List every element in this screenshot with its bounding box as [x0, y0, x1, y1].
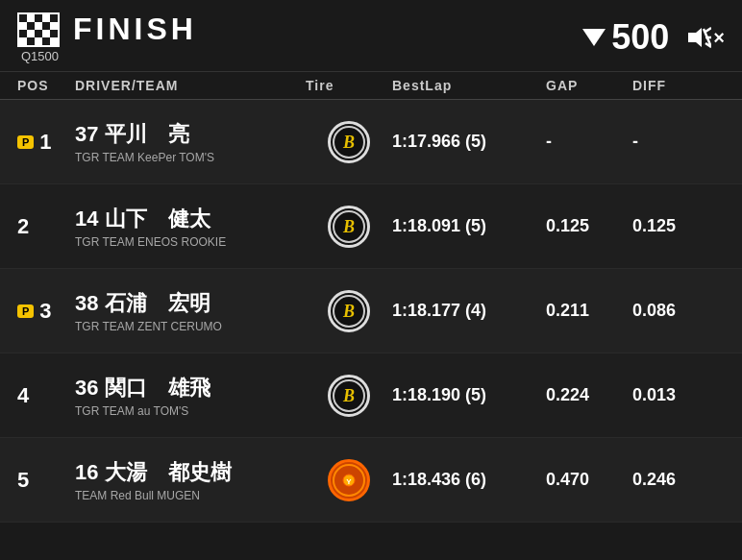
driver-name: 16 大湯 都史樹 [75, 458, 306, 487]
bridgestone-tire-icon: B [328, 206, 370, 248]
diff-cell: 0.125 [632, 216, 709, 236]
table-row: 436 関口 雄飛TGR TEAM au TOM'S B 1:18.190 (5… [0, 353, 742, 438]
tire-cell: B [306, 375, 392, 417]
team-name: TGR TEAM KeePer TOM'S [75, 151, 306, 164]
col-bestlap: BestLap [392, 78, 546, 93]
driver-name: 38 石浦 宏明 [75, 289, 306, 318]
pos-cell: 5 [17, 468, 75, 493]
table-row: P338 石浦 宏明TGR TEAM ZENT CERUMO B 1:18.17… [0, 269, 742, 353]
race-table: P137 平川 亮TGR TEAM KeePer TOM'S B 1:17.96… [0, 100, 742, 523]
table-row: P137 平川 亮TGR TEAM KeePer TOM'S B 1:17.96… [0, 100, 742, 184]
position-number: 3 [39, 299, 51, 324]
team-name: TGR TEAM ZENT CERUMO [75, 320, 306, 333]
bestlap-cell: 1:18.190 (5) [392, 385, 546, 405]
gap-cell: 0.125 [546, 216, 632, 236]
bestlap-cell: 1:18.177 (4) [392, 301, 546, 321]
bestlap-cell: 1:18.091 (5) [392, 216, 546, 236]
pole-badge: P [17, 135, 34, 149]
gap-cell: 0.211 [546, 301, 632, 321]
bestlap-cell: 1:17.966 (5) [392, 132, 546, 152]
team-name: TEAM Red Bull MUGEN [75, 489, 306, 502]
svg-text:B: B [342, 217, 355, 236]
col-tire: Tire [306, 78, 392, 93]
header-left: FINISH Q1500 [17, 12, 197, 63]
bridgestone-tire-icon: B [328, 121, 370, 163]
position-number: 2 [17, 214, 29, 239]
driver-cell: 14 山下 健太TGR TEAM ENEOS ROOKIE [75, 205, 306, 249]
diff-cell: 0.086 [632, 301, 709, 321]
svg-text:B: B [342, 302, 355, 321]
bestlap-cell: 1:18.436 (6) [392, 470, 546, 490]
gap-cell: - [546, 132, 632, 152]
finish-label: FINISH [73, 12, 197, 47]
driver-name: 36 関口 雄飛 [75, 374, 306, 402]
pos-cell: 4 [17, 383, 75, 408]
tire-cell: B [306, 121, 392, 163]
svg-line-1 [705, 28, 711, 32]
header-right: 500 × [582, 17, 725, 58]
gap-cell: 0.470 [546, 470, 632, 490]
pole-badge: P [17, 304, 34, 318]
pos-cell: 2 [17, 214, 75, 239]
points-value: 500 [611, 17, 669, 58]
tire-cell: Y [306, 459, 392, 501]
svg-text:B: B [342, 133, 355, 152]
bridgestone-tire-icon: B [328, 375, 370, 417]
yokohama-tire-icon: Y [328, 459, 370, 501]
tire-cell: B [306, 290, 392, 332]
driver-cell: 37 平川 亮TGR TEAM KeePer TOM'S [75, 120, 306, 164]
driver-cell: 36 関口 雄飛TGR TEAM au TOM'S [75, 374, 306, 418]
position-number: 4 [17, 383, 29, 408]
svg-text:Y: Y [346, 477, 352, 486]
svg-text:B: B [342, 386, 355, 405]
position-number: 1 [39, 130, 51, 155]
triangle-icon [582, 29, 606, 46]
col-diff: DIFF [632, 78, 709, 93]
svg-marker-0 [688, 28, 702, 47]
position-number: 5 [17, 468, 29, 493]
team-name: TGR TEAM ENEOS ROOKIE [75, 235, 306, 249]
col-gap: GAP [546, 78, 632, 93]
diff-cell: - [632, 132, 709, 152]
table-row: 516 大湯 都史樹TEAM Red Bull MUGEN Y 1:18.436… [0, 438, 742, 523]
checkered-flag-icon [17, 12, 60, 47]
team-name: TGR TEAM au TOM'S [75, 404, 306, 418]
session-label: Q1500 [17, 49, 197, 63]
driver-cell: 16 大湯 都史樹TEAM Red Bull MUGEN [75, 458, 306, 502]
tire-cell: B [306, 206, 392, 248]
gap-cell: 0.224 [546, 385, 632, 405]
driver-name: 37 平川 亮 [75, 120, 306, 149]
driver-cell: 38 石浦 宏明TGR TEAM ZENT CERUMO [75, 289, 306, 333]
diff-cell: 0.013 [632, 385, 709, 405]
col-pos: POS [17, 78, 75, 93]
table-row: 214 山下 健太TGR TEAM ENEOS ROOKIE B 1:18.09… [0, 184, 742, 269]
pos-cell: P1 [17, 130, 75, 155]
diff-cell: 0.246 [632, 470, 709, 490]
driver-name: 14 山下 健太 [75, 205, 306, 233]
bridgestone-tire-icon: B [328, 290, 370, 332]
title-row: FINISH [17, 12, 197, 47]
pos-cell: P3 [17, 299, 75, 324]
header: FINISH Q1500 500 × [0, 0, 742, 72]
column-headers: POS DRIVER/TEAM Tire BestLap GAP DIFF [0, 72, 742, 100]
sound-icon[interactable]: × [684, 24, 725, 51]
col-driver-team: DRIVER/TEAM [75, 78, 306, 93]
points-display: 500 [582, 17, 669, 58]
